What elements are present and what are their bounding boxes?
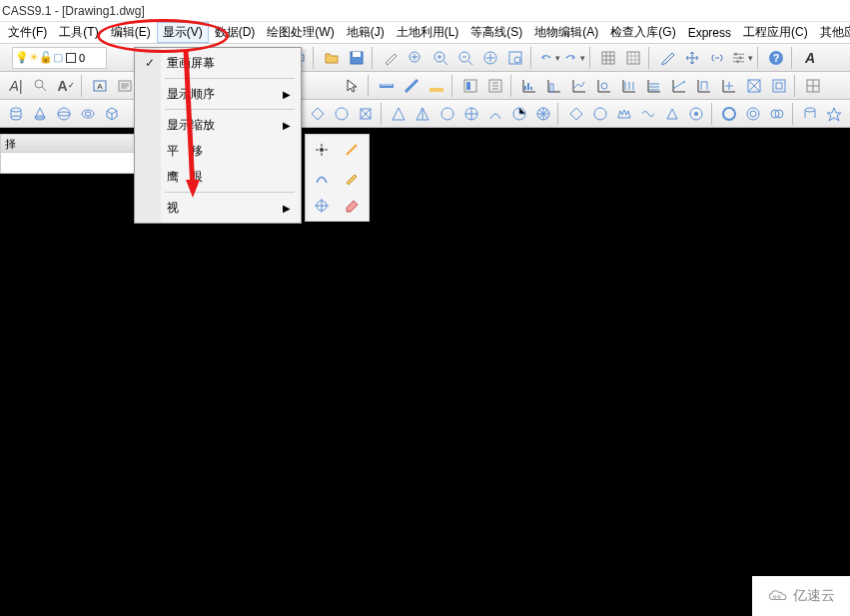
link-icon[interactable]	[705, 46, 729, 70]
chart10-icon[interactable]	[742, 74, 766, 98]
ruler-angle-icon[interactable]	[400, 74, 424, 98]
text-a-icon[interactable]: A	[798, 46, 822, 70]
chart7-icon[interactable]	[667, 74, 691, 98]
shape-diamond-icon[interactable]	[307, 102, 330, 126]
menu-tools[interactable]: 工具(T)	[53, 22, 104, 43]
dd-redraw[interactable]: ✓ 重画屏幕	[137, 50, 299, 76]
layer-selector[interactable]: 💡 ☀ 🔓 ▢ 0	[12, 47, 107, 69]
shape-star-icon[interactable]	[823, 102, 846, 126]
shape-crown-icon[interactable]	[612, 102, 635, 126]
multiline-text-icon[interactable]: A	[88, 74, 112, 98]
shape-triangle-icon[interactable]	[388, 102, 411, 126]
menu-data[interactable]: 数据(D)	[209, 22, 262, 43]
box-icon[interactable]	[100, 102, 123, 126]
chart1-icon[interactable]	[517, 74, 541, 98]
zoom-window-icon[interactable]	[503, 46, 527, 70]
shape-diamond2-icon[interactable]	[564, 102, 587, 126]
svg-rect-21	[429, 88, 443, 92]
shape-circle3-icon[interactable]	[685, 102, 708, 126]
pencil-tool-icon[interactable]	[338, 165, 366, 191]
pencil-icon[interactable]	[655, 46, 679, 70]
chart5-icon[interactable]	[617, 74, 641, 98]
shape-arc-icon[interactable]	[483, 102, 506, 126]
curve-tool-icon[interactable]	[308, 165, 336, 191]
help-icon[interactable]: ?	[764, 46, 788, 70]
chart3-icon[interactable]	[567, 74, 591, 98]
menu-express[interactable]: Express	[682, 24, 737, 42]
menu-edit[interactable]: 编辑(E)	[105, 22, 157, 43]
chart2-icon[interactable]	[542, 74, 566, 98]
dd-display-zoom[interactable]: 显示缩放 ▶	[137, 112, 299, 138]
undo-icon[interactable]: ▾	[537, 46, 561, 70]
point-tool-icon[interactable]	[308, 137, 336, 163]
shape-ring3-icon[interactable]	[742, 102, 765, 126]
menu-land-use[interactable]: 土地利用(L)	[391, 22, 465, 43]
text-cursor-icon[interactable]: A|	[4, 74, 28, 98]
menu-check-storage[interactable]: 检查入库(G)	[604, 22, 681, 43]
shape-ring-icon[interactable]	[331, 102, 354, 126]
chart12-icon[interactable]	[801, 74, 825, 98]
zoom-add-icon[interactable]	[404, 46, 427, 70]
crosshair-tool-icon[interactable]	[308, 193, 336, 219]
erase-tool-icon[interactable]	[338, 193, 366, 219]
zoom-extents-icon[interactable]	[478, 46, 502, 70]
ruler-v-icon[interactable]	[425, 74, 448, 98]
dd-pan[interactable]: 平 移	[137, 138, 299, 164]
shape-circle-icon[interactable]	[435, 102, 458, 126]
chart4-icon[interactable]	[592, 74, 616, 98]
zoom-in-icon[interactable]	[428, 46, 452, 70]
svg-text:?: ?	[773, 52, 780, 64]
svg-text:A: A	[97, 82, 103, 91]
cylinder-icon[interactable]	[4, 102, 27, 126]
chart6-icon[interactable]	[642, 74, 666, 98]
menu-file[interactable]: 文件(F)	[2, 22, 53, 43]
menu-cadastre[interactable]: 地籍(J)	[341, 22, 391, 43]
menu-display[interactable]: 显示(V)	[157, 22, 209, 43]
shape-cylinder2-icon[interactable]	[799, 102, 822, 126]
shape-circle2-icon[interactable]	[588, 102, 611, 126]
chevron-right-icon: ▶	[283, 203, 291, 214]
zoom-out-icon[interactable]	[453, 46, 477, 70]
shape-box-icon[interactable]	[355, 102, 378, 126]
ruler-h-icon[interactable]	[375, 74, 399, 98]
text-style-icon[interactable]: A✓	[54, 74, 78, 98]
move-icon[interactable]	[680, 46, 704, 70]
left-panel-body[interactable]	[1, 153, 137, 173]
find-text-icon[interactable]	[29, 74, 53, 98]
shape-delta-icon[interactable]	[661, 102, 684, 126]
open-icon[interactable]	[320, 46, 344, 70]
menu-contour[interactable]: 等高线(S)	[464, 22, 528, 43]
line-tool-icon[interactable]	[338, 137, 366, 163]
shape-wheel-icon[interactable]	[531, 102, 554, 126]
sphere-icon[interactable]	[52, 102, 75, 126]
shape-wave-icon[interactable]	[637, 102, 660, 126]
menu-engineering[interactable]: 工程应用(C)	[737, 22, 814, 43]
cursor-icon[interactable]	[341, 74, 365, 98]
grid-icon[interactable]	[621, 46, 645, 70]
dd-view[interactable]: 视 ▶	[137, 195, 299, 221]
chart11-icon[interactable]	[767, 74, 791, 98]
menu-draw-process[interactable]: 绘图处理(W)	[261, 22, 340, 43]
settings-icon[interactable]: ▾	[730, 46, 754, 70]
save-icon[interactable]	[345, 46, 369, 70]
chart9-icon[interactable]	[717, 74, 741, 98]
redo-icon[interactable]: ▾	[562, 46, 586, 70]
torus-icon[interactable]	[76, 102, 99, 126]
shape-ring2-icon[interactable]	[718, 102, 741, 126]
menu-other[interactable]: 其他应	[814, 22, 850, 43]
shape-ring4-icon[interactable]	[766, 102, 789, 126]
cone-icon[interactable]	[28, 102, 51, 126]
properties-icon[interactable]	[483, 74, 507, 98]
dd-eagle-eye[interactable]: 鹰 眼	[137, 164, 299, 190]
table-icon[interactable]	[596, 46, 620, 70]
drawing-area[interactable]	[373, 134, 850, 616]
menu-terrain-edit[interactable]: 地物编辑(A)	[528, 22, 604, 43]
svg-point-36	[58, 108, 70, 120]
align-left-icon[interactable]	[458, 74, 482, 98]
chart8-icon[interactable]	[692, 74, 716, 98]
shape-triangle2-icon[interactable]	[412, 102, 434, 126]
dd-display-order[interactable]: 显示顺序 ▶	[137, 81, 299, 107]
brush-icon[interactable]	[379, 46, 403, 70]
shape-globe-icon[interactable]	[459, 102, 482, 126]
shape-segment-icon[interactable]	[507, 102, 530, 126]
